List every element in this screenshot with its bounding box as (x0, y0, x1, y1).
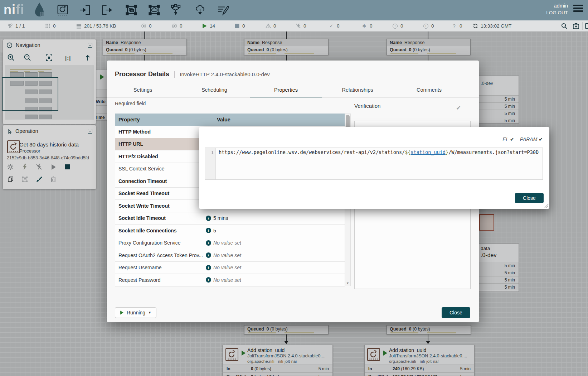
app-header: nifi admin LOG OUT (0, 0, 588, 20)
resize-handle-icon[interactable] (544, 203, 549, 208)
property-column-header: Property (115, 117, 207, 122)
transmitting-icon (141, 23, 146, 29)
verification-label: Verification (354, 103, 380, 109)
property-info-icon[interactable]: i (206, 228, 211, 233)
tabs-divider (107, 97, 479, 98)
run-state-label: Running (127, 310, 145, 315)
refresh-icon[interactable] (472, 23, 478, 29)
up-to-date-count: 0 (337, 23, 340, 29)
property-info-icon[interactable]: i (206, 277, 211, 283)
nifi-drop-logo-icon (33, 1, 46, 19)
invalid-components-icon (265, 23, 271, 29)
chevron-down-icon: ▼ (148, 311, 151, 314)
cluster-count: 1 / 1 (15, 23, 25, 29)
up-to-date-check-icon: ✓ (329, 23, 334, 29)
current-user: admin (554, 3, 568, 9)
drag-input-port-button[interactable] (79, 4, 91, 16)
logout-link[interactable]: LOG OUT (546, 10, 568, 15)
running-components-count: 14 (210, 23, 215, 29)
properties-table-header: Property Value (115, 114, 345, 126)
property-info-icon[interactable]: i (206, 240, 211, 246)
el-supported-label: EL ✔ (502, 136, 514, 142)
not-transmitting-icon (171, 23, 177, 29)
stale-version-count: 0 (400, 23, 403, 29)
drag-funnel-button[interactable] (170, 4, 182, 16)
transmitting-count: 0 (149, 23, 152, 29)
drag-processor-button[interactable] (57, 4, 69, 16)
table-row[interactable]: Request PasswordiNo value set (115, 274, 345, 286)
popup-close-button[interactable]: Close (515, 193, 544, 203)
disabled-components-icon (295, 23, 301, 29)
locally-modified-count: 0 (370, 23, 373, 29)
param-supported-label: PARAM ✔ (520, 136, 543, 142)
not-transmitting-count: 0 (180, 23, 183, 29)
required-field-label: Required field (115, 101, 146, 106)
dialog-subtitle: InvokeHTTP 2.4.0-stackable0.0.0-dev (180, 71, 270, 77)
tab-comments[interactable]: Comments (393, 82, 465, 98)
expression-variable: station_uuid (410, 149, 446, 155)
unknown-version-icon: ? (451, 23, 457, 29)
stopped-components-count: 0 (242, 23, 245, 29)
table-row[interactable]: Socket Idle Timeouti5 mins (115, 212, 345, 225)
table-row[interactable]: Socket Idle Connectionsi5 (115, 225, 345, 237)
drag-process-group-button[interactable] (125, 4, 137, 16)
stale-version-icon: ↑ (392, 23, 398, 29)
property-info-icon[interactable]: i (206, 265, 211, 270)
tab-scheduling[interactable]: Scheduling (179, 82, 250, 98)
status-bar: 1 / 1 0 201 / 53.76 KB 0 0 14 0 0 0 ✓0 ✱… (0, 20, 588, 32)
tab-relationships[interactable]: Relationships (322, 82, 393, 98)
nifi-logo: nifi (4, 2, 24, 17)
table-row[interactable]: Request UsernameiNo value set (115, 262, 345, 274)
stopped-components-icon (234, 23, 240, 29)
search-icon[interactable] (561, 23, 568, 30)
code-line[interactable]: https://www.pegelonline.wsv.de/webservic… (216, 148, 543, 179)
tab-settings[interactable]: Settings (107, 82, 179, 98)
queued-flowfiles-icon (76, 23, 82, 29)
active-threads-count: 0 (53, 23, 56, 29)
cluster-icon (7, 23, 13, 29)
queued-flowfiles-count: 201 / 53.76 KB (84, 23, 116, 29)
property-info-icon[interactable]: i (206, 216, 211, 221)
global-menu-icon[interactable] (573, 5, 583, 14)
sync-failure-count: 0 (431, 23, 434, 29)
scrollbar-down-arrow-icon[interactable]: ▼ (346, 281, 349, 285)
running-status-icon (120, 310, 123, 314)
param-supported-check-icon: ✔ (539, 136, 543, 142)
property-info-icon[interactable]: i (206, 252, 211, 258)
dialog-tabs: Settings Scheduling Properties Relations… (107, 82, 465, 98)
locally-modified-icon: ✱ (361, 23, 367, 29)
line-number: 1 (211, 150, 214, 155)
invalid-components-count: 0 (273, 23, 276, 29)
value-code-editor[interactable]: 1 https://www.pegelonline.wsv.de/webserv… (205, 148, 543, 180)
first-aid-kit-icon[interactable] (573, 23, 580, 30)
last-refresh-time: 13:33:02 GMT (481, 23, 511, 29)
el-supported-check-icon: ✔ (510, 136, 514, 142)
running-components-icon (201, 23, 207, 29)
unknown-version-count: 0 (460, 23, 462, 29)
tab-properties[interactable]: Properties (250, 82, 322, 98)
active-threads-icon (45, 23, 50, 29)
drag-output-port-button[interactable] (101, 4, 113, 16)
sync-failure-icon: ! (423, 23, 429, 29)
value-column-header: Value (207, 117, 230, 122)
dialog-close-button[interactable]: Close (442, 307, 470, 318)
nifi-application: NameResponse Queued0 (0 bytes) NameRespo… (0, 0, 588, 376)
dialog-title: Processor Details (115, 71, 169, 78)
disabled-components-count: 0 (303, 23, 306, 29)
drag-template-cloud-button[interactable] (194, 4, 206, 16)
property-value-editor-popup: EL ✔ PARAM ✔ 1 https://www.pegelonline.w… (199, 127, 549, 209)
run-state-dropdown[interactable]: Running ▼ (115, 307, 156, 318)
verification-check-icon[interactable]: ✔ (456, 104, 461, 112)
line-number-gutter: 1 (205, 148, 216, 179)
table-row[interactable]: Request OAuth2 Access Token Prov...iNo v… (115, 249, 345, 262)
title-separator: | (174, 70, 175, 78)
table-row[interactable]: Proxy Configuration ServiceiNo value set (115, 237, 345, 250)
drag-label-button[interactable] (217, 4, 229, 16)
drag-remote-process-group-button[interactable] (148, 4, 160, 16)
bulletin-board-icon[interactable] (585, 23, 588, 30)
